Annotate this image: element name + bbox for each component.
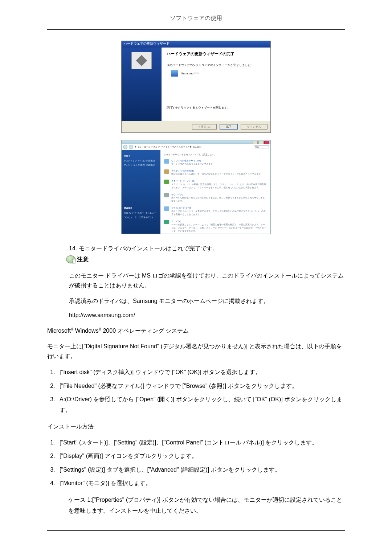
os-heading: Microsoft® Windows® 2000 オペレーティング システム [47, 326, 345, 336]
hardware-update-wizard-dialog: ハードウェアの更新ウィザード ハードウェアの更新ウィザードの完了 次のハードウェ… [121, 41, 271, 133]
footer-rule [47, 530, 345, 531]
samsung-url: http://www.samsung.com/ [69, 312, 345, 319]
wizard-subtext: 次のハードウェアのソフトウェアのインストールが完了しました: [167, 63, 265, 67]
cp-entry-window-color[interactable]: ウィンドウの色とデザイン(W) ウィンドウの色のスタイルを設定できます [164, 159, 267, 166]
dsnf-steps: ["Insert disk" (ディスク挿入)] ウィンドウで ["OK" (O… [47, 367, 345, 415]
back-button[interactable]: < 戻る(B) [192, 124, 217, 130]
screensaver-icon [164, 180, 169, 184]
cp-entry-desc: スクリーン セーバーの変更と設定を調整します。スクリーン セーバーとは、長時間を… [171, 183, 267, 189]
wizard-side-banner [122, 48, 162, 121]
desktop-background-icon [164, 169, 169, 174]
header-rule [47, 29, 345, 30]
cp-entry-link: テーマ(M) [171, 220, 267, 223]
sidebar-item-ease-of-access[interactable]: コンピューターの簡単操作(U) [124, 216, 158, 219]
list-item: ["Display" (画面)] アイコンをダブルクリックします。 [57, 451, 345, 461]
cp-titlebar [122, 140, 270, 144]
page-header: ソフトウェアの使用 [47, 15, 345, 22]
cp-sidebar: タスク デスクトップ アイコンの変更(I) フォント サイズ (DPI) の調整… [122, 150, 160, 234]
sidebar-item-taskbar-start[interactable]: タスクバーと[スタート] メニュー [124, 212, 158, 215]
step-14: 14. モニタードライバのインストールはこれで完了です。 [69, 245, 345, 253]
personalization-window: ▶ コントロール パネル ▶ デスクトップのカスタマイズ ▶ 個人設定 タスク … [121, 140, 271, 234]
note-icon [66, 255, 75, 263]
cp-address-bar: ▶ コントロール パネル ▶ デスクトップのカスタマイズ ▶ 個人設定 [122, 144, 270, 150]
cp-entry-link: マウス ポインター(I) [171, 206, 267, 210]
cp-entry-link: デスクトップの背景(B) [171, 169, 263, 173]
list-item: ["Insert disk" (ディスク挿入)] ウィンドウで ["OK" (O… [57, 367, 345, 378]
cp-entry-screensaver[interactable]: スクリーン セーバー(S) スクリーン セーバーの変更と設定を調整します。スクリ… [164, 180, 267, 189]
finish-button[interactable]: 完了 [220, 124, 238, 130]
nav-forward-icon[interactable] [129, 145, 133, 149]
para-samsung-site: 承認済みのドライバは、Samsung モニターのホームページに掲載されます。 [69, 296, 345, 306]
mouse-pointer-icon [164, 206, 169, 211]
cp-entry-desc: あなたにあうポインターを選択できます。クリックや選択などの操作中のマウス ポイン… [171, 210, 267, 216]
breadcrumb[interactable]: ▶ コントロール パネル ▶ デスクトップのカスタマイズ ▶ 個人設定 [135, 145, 201, 149]
install-steps: ["Start" (スタート)]、["Setting" (設定)]、["Cont… [47, 437, 345, 489]
digital-signature-intro: モニター上に["Digital Signature Not Found" (デジ… [47, 341, 345, 361]
wizard-finish-hint: [完了] をクリックするとウィザードを閉じます。 [167, 106, 265, 110]
close-icon[interactable] [264, 141, 269, 144]
note-label: 注意 [77, 256, 89, 263]
monitor-icon [171, 70, 178, 77]
list-item: ["Monitor" (モニタ)] を選択します。 [57, 478, 345, 489]
cp-intro-text: デザインやサウンドをカスタマイズして設定します。 [164, 153, 267, 156]
minimize-icon[interactable] [253, 141, 258, 144]
sidebar-item-font-size-dpi[interactable]: フォント サイズ (DPI) の調整(J) [124, 164, 158, 167]
case-1: ケース 1:["Properties" (プロパティ)] ボタンが有効でない場合… [68, 495, 345, 516]
para-ms-logo: このモニター ドライバーは MS ロゴの承認を受けており、このドライバのインスト… [69, 271, 345, 290]
sidebar-item-desktop-icons[interactable]: デスクトップ アイコンの変更(I) [124, 159, 158, 163]
window-color-icon [164, 159, 169, 164]
list-item: ["Settings" (設定)] タブを選択し、["Advanced" (詳細… [57, 464, 345, 475]
cp-entry-desktop-bg[interactable]: デスクトップの背景(B) 指定の画像や色から選択して、自分の写真を使うことでデス… [164, 169, 267, 176]
cp-entry-mouse-pointer[interactable]: マウス ポインター(I) あなたにあうポインターを選択できます。クリックや選択な… [164, 206, 267, 216]
wizard-title-text: ハードウェアの更新ウィザード [124, 42, 170, 45]
cp-main-panel: デザインやサウンドをカスタマイズして設定します。 ウィンドウの色とデザイン(W)… [160, 150, 270, 234]
wizard-hw-name: Samsung **** [181, 72, 199, 75]
theme-icon [164, 220, 169, 224]
maximize-icon[interactable] [258, 141, 264, 144]
install-method-title: インストール方法 [47, 422, 345, 431]
sidebar-section-related: 関連項目 [124, 207, 158, 210]
sound-icon [164, 193, 169, 197]
cp-entry-link: ウィンドウの色とデザイン(W) [171, 159, 213, 163]
cp-entry-theme[interactable]: テーマ(M) テーマを変更します。テーマによって、画面の色等の要素を幅広く、一度… [164, 220, 267, 233]
cp-entry-desc: 指定の画像や色から選択して、自分の写真を使うことでデスクトップを飾ることができま… [171, 173, 263, 176]
wizard-device-icon [131, 52, 152, 69]
cp-entry-desc: 新メールを受け取ったりごみ箱を空にするなど、新しい操作をするときに再生されるサウ… [171, 196, 267, 203]
cp-entry-link: スクリーン セーバー(S) [171, 180, 267, 183]
list-item: ["File Needed" (必要なファイル)] ウィンドウで ["Brows… [57, 381, 345, 391]
wizard-heading: ハードウェアの更新ウィザードの完了 [167, 51, 265, 57]
search-input[interactable] [254, 145, 269, 148]
cp-entry-link: サウンド(N) [171, 193, 267, 196]
nav-back-icon[interactable] [123, 145, 127, 149]
wizard-titlebar: ハードウェアの更新ウィザード [122, 41, 270, 48]
list-item: A:(D:\Driver) を参照してから ["Open" (開く)] ボタンを… [57, 394, 345, 415]
sidebar-section-tasks: タスク [124, 155, 158, 158]
cp-entry-sound[interactable]: サウンド(N) 新メールを受け取ったりごみ箱を空にするなど、新しい操作をするとき… [164, 193, 267, 203]
list-item: ["Start" (スタート)]、["Setting" (設定)]、["Cont… [57, 437, 345, 448]
cancel-button[interactable]: キャンセル [241, 124, 268, 130]
cp-entry-desc: テーマを変更します。テーマによって、画面の色等の要素を幅広く、一度に変更できます… [171, 223, 267, 233]
cp-entry-desc: ウィンドウの色のスタイルを設定できます [171, 163, 213, 166]
